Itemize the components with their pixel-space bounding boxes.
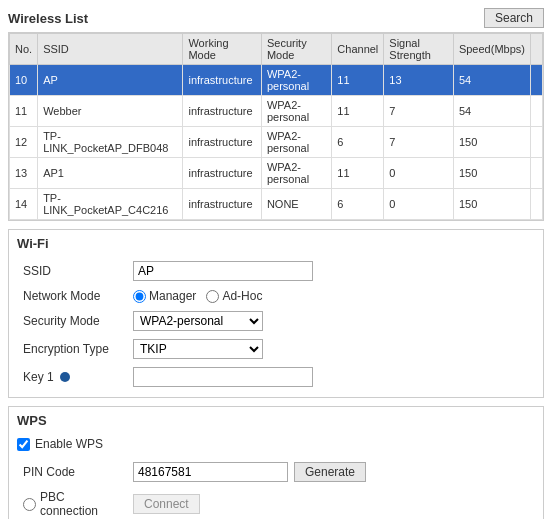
wifi-section: Wi-Fi SSID Network Mode Manager Ad-Hoc	[8, 229, 544, 398]
encryption-type-select[interactable]: TKIPAES	[133, 339, 263, 359]
table-cell: 54	[453, 65, 530, 96]
table-cell: WPA2-personal	[261, 127, 331, 158]
ssid-label: SSID	[17, 257, 127, 285]
key-input[interactable]	[133, 367, 313, 387]
table-cell: 10	[10, 65, 38, 96]
table-header: Security Mode	[261, 34, 331, 65]
security-mode-label: Security Mode	[17, 307, 127, 335]
manager-label: Manager	[149, 289, 196, 303]
table-cell: infrastructure	[183, 189, 261, 220]
table-cell: 7	[384, 127, 454, 158]
table-cell: 12	[10, 127, 38, 158]
table-row[interactable]: 14TP-LINK_PocketAP_C4C216infrastructureN…	[10, 189, 543, 220]
table-cell-extra	[531, 158, 543, 189]
table-cell: infrastructure	[183, 127, 261, 158]
adhoc-radio[interactable]	[206, 290, 219, 303]
wps-section: WPS Enable WPS PIN Code Generate PBC con…	[8, 406, 544, 519]
pbc-connect-button[interactable]: Connect	[133, 494, 200, 514]
search-button[interactable]: Search	[484, 8, 544, 28]
enable-wps-checkbox[interactable]	[17, 438, 30, 451]
generate-button[interactable]: Generate	[294, 462, 366, 482]
table-cell: 6	[332, 127, 384, 158]
wifi-form: SSID Network Mode Manager Ad-Hoc	[17, 257, 535, 391]
enable-wps-label[interactable]: Enable WPS	[35, 437, 103, 451]
table-cell: NONE	[261, 189, 331, 220]
table-header: Signal Strength	[384, 34, 454, 65]
table-cell-extra	[531, 96, 543, 127]
table-cell: 150	[453, 189, 530, 220]
wifi-title: Wi-Fi	[17, 236, 535, 251]
table-cell: 0	[384, 189, 454, 220]
ssid-input[interactable]	[133, 261, 313, 281]
table-header: Working Mode	[183, 34, 261, 65]
table-cell: 6	[332, 189, 384, 220]
security-mode-select[interactable]: WPA2-personalWPA-personalWEPNONE	[133, 311, 263, 331]
wps-title: WPS	[17, 413, 535, 428]
table-cell: 13	[384, 65, 454, 96]
table-cell: 11	[332, 96, 384, 127]
table-cell: 0	[384, 158, 454, 189]
table-cell: 11	[332, 158, 384, 189]
encryption-type-label: Encryption Type	[17, 335, 127, 363]
table-cell: infrastructure	[183, 65, 261, 96]
table-cell-extra	[531, 189, 543, 220]
table-header: Channel	[332, 34, 384, 65]
table-cell-extra	[531, 65, 543, 96]
table-cell: AP	[38, 65, 183, 96]
wireless-list-title: Wireless List	[8, 11, 88, 26]
table-header: SSID	[38, 34, 183, 65]
table-cell: WPA2-personal	[261, 158, 331, 189]
scrollbar-header	[531, 34, 543, 65]
table-row[interactable]: 13AP1infrastructureWPA2-personal110150	[10, 158, 543, 189]
key-info-icon	[60, 372, 70, 382]
pin-code-input[interactable]	[133, 462, 288, 482]
table-cell: 7	[384, 96, 454, 127]
manager-radio[interactable]	[133, 290, 146, 303]
table-cell: 11	[10, 96, 38, 127]
table-cell: 150	[453, 127, 530, 158]
adhoc-radio-label[interactable]: Ad-Hoc	[206, 289, 262, 303]
table-row[interactable]: 11WebberinfrastructureWPA2-personal11754	[10, 96, 543, 127]
table-cell: WPA2-personal	[261, 96, 331, 127]
network-mode-label: Network Mode	[17, 285, 127, 307]
table-cell: infrastructure	[183, 158, 261, 189]
table-cell: 150	[453, 158, 530, 189]
table-header: No.	[10, 34, 38, 65]
pin-code-label: PIN Code	[17, 458, 127, 486]
adhoc-label: Ad-Hoc	[222, 289, 262, 303]
table-cell: AP1	[38, 158, 183, 189]
table-cell: 11	[332, 65, 384, 96]
table-cell: infrastructure	[183, 96, 261, 127]
table-row[interactable]: 10APinfrastructureWPA2-personal111354	[10, 65, 543, 96]
pbc-label: PBC connection	[40, 490, 121, 518]
table-cell: Webber	[38, 96, 183, 127]
table-cell: WPA2-personal	[261, 65, 331, 96]
manager-radio-label[interactable]: Manager	[133, 289, 196, 303]
table-cell-extra	[531, 127, 543, 158]
table-cell: 54	[453, 96, 530, 127]
table-header: Speed(Mbps)	[453, 34, 530, 65]
table-cell: 14	[10, 189, 38, 220]
table-cell: TP-LINK_PocketAP_C4C216	[38, 189, 183, 220]
table-row[interactable]: 12TP-LINK_PocketAP_DFB048infrastructureW…	[10, 127, 543, 158]
table-cell: TP-LINK_PocketAP_DFB048	[38, 127, 183, 158]
key-label: Key 1	[17, 363, 127, 391]
pbc-radio[interactable]	[23, 498, 36, 511]
table-cell: 13	[10, 158, 38, 189]
wps-form: PIN Code Generate PBC connection Connect	[17, 458, 535, 519]
wireless-table: No.SSIDWorking ModeSecurity ModeChannelS…	[9, 33, 543, 220]
